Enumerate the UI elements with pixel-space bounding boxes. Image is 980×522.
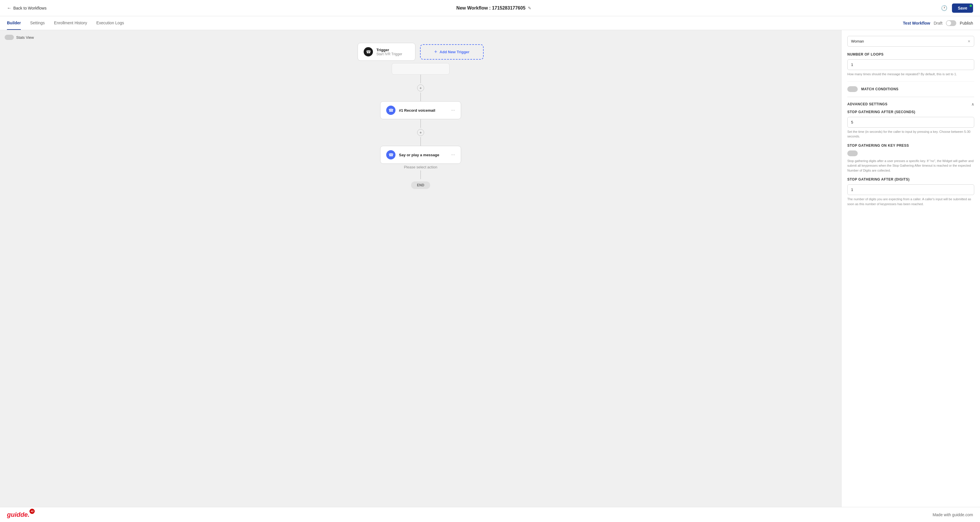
say-play-icon: ☎: [386, 150, 396, 160]
main-content: Stats View ☎ Trigger Start IVR Trigger +…: [0, 30, 980, 507]
publish-button[interactable]: Publish: [960, 21, 973, 26]
record-voicemail-icon: ☎: [386, 105, 396, 115]
please-select-text: Please select action: [404, 165, 438, 169]
trigger-icon: ☎: [364, 47, 373, 56]
plus-connector-2: +: [417, 129, 424, 136]
edit-icon[interactable]: ✎: [528, 6, 531, 10]
stats-toggle: Stats View: [5, 35, 34, 40]
advanced-settings-label: ADVANCED SETTINGS: [847, 102, 888, 106]
stop-gathering-seconds-hint: Set the time (in seconds) for the caller…: [847, 129, 974, 139]
loops-input[interactable]: [847, 59, 974, 70]
match-conditions-toggle[interactable]: [847, 86, 858, 92]
loops-hint: How many times should the message be rep…: [847, 72, 974, 77]
voice-section: Woman ✕: [847, 36, 974, 46]
tab-settings[interactable]: Settings: [30, 16, 45, 30]
advanced-settings-chevron-icon: ∧: [971, 102, 974, 107]
tab-enrollment-history[interactable]: Enrollment History: [54, 16, 87, 30]
stop-gathering-digits-label: STOP GATHERING AFTER (DIGITS): [847, 177, 974, 182]
header: ← Back to Workflows New Workflow : 17152…: [0, 0, 980, 16]
voice-value: Woman: [851, 39, 864, 43]
add-step-button-2[interactable]: +: [417, 129, 424, 136]
header-left: ← Back to Workflows: [7, 5, 46, 11]
stats-label: Stats View: [16, 35, 34, 40]
say-play-more-icon[interactable]: ···: [451, 152, 455, 157]
voice-clear-icon[interactable]: ✕: [967, 39, 970, 43]
canvas-area[interactable]: Stats View ☎ Trigger Start IVR Trigger +…: [0, 30, 841, 507]
advanced-settings-header[interactable]: ADVANCED SETTINGS ∧: [847, 97, 974, 110]
record-voicemail-more-icon[interactable]: ···: [451, 108, 455, 113]
notification-badge: 42: [30, 509, 35, 514]
header-right: 🕐 Save: [941, 3, 973, 13]
stop-gathering-seconds-section: STOP GATHERING AFTER (SECONDS) Set the t…: [847, 110, 974, 139]
plus-connector-1: +: [417, 85, 424, 91]
voice-select[interactable]: Woman ✕: [847, 36, 974, 46]
workflow-canvas: ☎ Trigger Start IVR Trigger + Add New Tr…: [7, 37, 834, 500]
stop-gathering-key-hint: Stop gathering digits after a user press…: [847, 158, 974, 173]
stop-gathering-key-label: STOP GATHERING ON KEY PRESS: [847, 144, 974, 148]
add-step-button-1[interactable]: +: [417, 85, 424, 91]
draft-publish-toggle[interactable]: [946, 20, 956, 26]
save-button[interactable]: Save: [952, 3, 973, 13]
stop-gathering-key-section: STOP GATHERING ON KEY PRESS Stop gatheri…: [847, 144, 974, 173]
connector-3: [420, 119, 421, 128]
end-badge: END: [411, 182, 430, 189]
logo-container: guidde. 42: [7, 511, 30, 519]
nav-tabs-left: Builder Settings Enrollment History Exec…: [7, 16, 124, 30]
stop-gathering-digits-input[interactable]: [847, 184, 974, 195]
match-conditions-label: MATCH CONDITIONS: [861, 87, 899, 91]
tab-builder[interactable]: Builder: [7, 16, 21, 30]
match-conditions-row: MATCH CONDITIONS: [847, 81, 974, 97]
loops-section: NUMBER OF LOOPS How many times should th…: [847, 53, 974, 77]
trigger-row: ☎ Trigger Start IVR Trigger + Add New Tr…: [358, 43, 484, 61]
test-workflow-button[interactable]: Test Workflow: [903, 21, 930, 26]
trigger-title: Trigger: [376, 48, 402, 52]
stop-gathering-key-toggle-row: [847, 150, 974, 156]
connector-1: [420, 75, 421, 83]
stop-gathering-key-toggle[interactable]: [847, 150, 858, 156]
connector-5: [420, 171, 421, 179]
made-with-label: Made with guidde.com: [932, 512, 973, 517]
say-play-text: Say or play a message: [399, 153, 448, 157]
add-trigger-card[interactable]: + Add New Trigger: [420, 44, 484, 60]
action-card-record-voicemail[interactable]: ☎ #1 Record voicemail ···: [380, 101, 461, 119]
record-voicemail-text: #1 Record voicemail: [399, 108, 448, 113]
stop-gathering-digits-section: STOP GATHERING AFTER (DIGITS) The number…: [847, 177, 974, 206]
connector-4: [420, 137, 421, 146]
footer: guidde. 42 Made with guidde.com: [0, 507, 980, 522]
header-center: New Workflow : 1715283177605 ✎: [457, 5, 531, 11]
workflow-title: New Workflow : 1715283177605: [457, 5, 525, 11]
nav-tabs: Builder Settings Enrollment History Exec…: [0, 16, 980, 30]
add-trigger-icon: +: [434, 49, 438, 55]
trigger-card-text: Trigger Start IVR Trigger: [376, 48, 402, 56]
trigger-card[interactable]: ☎ Trigger Start IVR Trigger: [358, 43, 415, 61]
loops-label: NUMBER OF LOOPS: [847, 53, 974, 56]
add-trigger-label: Add New Trigger: [440, 50, 469, 54]
stop-gathering-seconds-label: STOP GATHERING AFTER (SECONDS): [847, 110, 974, 114]
connector-2: [420, 93, 421, 101]
say-play-label: Say or play a message: [399, 153, 448, 157]
back-to-workflows-link[interactable]: ← Back to Workflows: [7, 5, 46, 11]
record-voicemail-label: #1 Record voicemail: [399, 108, 448, 113]
empty-block: [392, 63, 450, 75]
back-arrow-icon: ←: [7, 5, 11, 11]
stop-gathering-digits-hint: The number of digits you are expecting f…: [847, 197, 974, 206]
stop-gathering-seconds-input[interactable]: [847, 117, 974, 128]
tab-execution-logs[interactable]: Execution Logs: [96, 16, 124, 30]
action-card-say-play[interactable]: ☎ Say or play a message ···: [380, 146, 461, 164]
stats-view-toggle[interactable]: [5, 35, 14, 40]
trigger-subtitle: Start IVR Trigger: [376, 52, 402, 56]
nav-tabs-right: Test Workflow Draft Publish: [903, 20, 973, 26]
draft-label: Draft: [934, 21, 942, 26]
back-label: Back to Workflows: [13, 6, 46, 10]
guidde-logo: guidde.: [7, 511, 30, 518]
right-panel: Woman ✕ NUMBER OF LOOPS How many times s…: [841, 30, 980, 507]
history-icon[interactable]: 🕐: [941, 5, 947, 11]
